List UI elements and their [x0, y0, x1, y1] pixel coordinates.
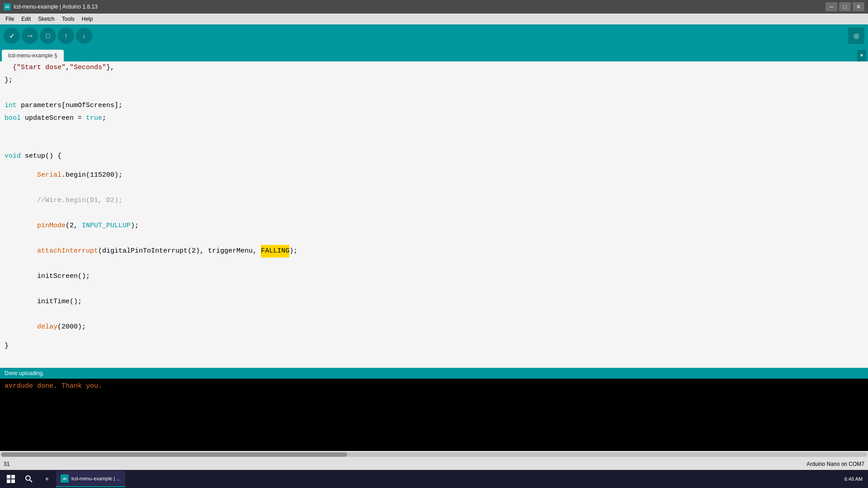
code-line: int parameters[numOfScreens];	[0, 99, 868, 112]
code-line	[0, 365, 868, 368]
new-button[interactable]: □	[40, 28, 56, 44]
taskbar-time: 6:48 AM	[844, 476, 863, 482]
code-line: }	[0, 340, 868, 352]
code-line	[0, 125, 868, 137]
upload-button[interactable]: →	[22, 28, 38, 44]
taskbar: ⊕ Ai lcd-menu-example | ... 6:48 AM	[0, 470, 868, 488]
close-button[interactable]: ✕	[853, 2, 864, 11]
code-line: };	[0, 74, 868, 87]
tab-scroll-button[interactable]: ▼	[857, 50, 866, 61]
open-button[interactable]: ↑	[58, 28, 74, 44]
scrollbar-track[interactable]	[1, 452, 867, 457]
code-line	[0, 137, 868, 150]
svg-rect-3	[11, 479, 15, 483]
toolbar: ✓ → □ ↑ ↓ ◎	[0, 24, 868, 47]
svg-rect-2	[7, 479, 10, 483]
console-area: avrdude done. Thank you.	[0, 379, 868, 451]
window-title: lcd-menu-example | Arduino 1.8.13	[14, 4, 826, 10]
menu-help[interactable]: Help	[78, 15, 97, 23]
menu-file[interactable]: File	[2, 15, 18, 23]
horizontal-scrollbar[interactable]	[0, 451, 868, 458]
code-line	[0, 352, 868, 365]
bottom-status-bar: 31 Arduino Nano on COM7	[0, 458, 868, 470]
editor-tab[interactable]: lcd-menu-example §	[2, 50, 64, 61]
code-editor[interactable]: {"Start dose","Seconds"}, }; int paramet…	[0, 61, 868, 368]
save-button[interactable]: ↓	[76, 28, 92, 44]
menu-sketch[interactable]: Sketch	[34, 15, 58, 23]
title-bar: Ai lcd-menu-example | Arduino 1.8.13 ─ □…	[0, 0, 868, 14]
code-line: initScreen();	[0, 264, 868, 289]
board-info: Arduino Nano on COM7	[807, 461, 864, 467]
code-line: {"Start dose","Seconds"},	[0, 61, 868, 74]
menu-edit[interactable]: Edit	[18, 15, 34, 23]
code-line	[0, 87, 868, 99]
code-line: initTime();	[0, 289, 868, 314]
svg-line-5	[30, 480, 32, 482]
menu-bar: File Edit Sketch Tools Help	[0, 14, 868, 24]
toolbar-right: ◎	[848, 28, 864, 44]
scrollbar-thumb[interactable]	[1, 452, 347, 457]
minimize-button[interactable]: ─	[826, 2, 837, 11]
app-icon-text: Ai	[5, 5, 9, 9]
serial-monitor-button[interactable]: ◎	[848, 28, 864, 44]
taskbar-cortana[interactable]: ⊕	[38, 470, 56, 488]
code-line-attach-interrupt: attachInterrupt(digitalPinToInterrupt(2)…	[0, 239, 868, 264]
verify-button[interactable]: ✓	[4, 28, 20, 44]
code-line: pinMode(2, INPUT_PULLUP);	[0, 213, 868, 239]
svg-point-4	[26, 476, 30, 480]
status-bar: Done uploading.	[0, 368, 868, 379]
status-text: Done uploading.	[5, 370, 44, 376]
taskbar-search[interactable]	[20, 470, 38, 488]
app-icon: Ai	[4, 3, 11, 10]
maximize-button[interactable]: □	[839, 2, 851, 11]
taskbar-app-icon: Ai	[61, 474, 69, 483]
tab-bar: lcd-menu-example § ▼	[0, 47, 868, 61]
line-number: 31	[4, 461, 9, 467]
taskbar-arduino-app[interactable]: Ai lcd-menu-example | ...	[56, 471, 125, 487]
code-line: bool updateScreen = true;	[0, 112, 868, 125]
code-line: //Wire.begin(D1, D2);	[0, 188, 868, 213]
tab-label: lcd-menu-example §	[8, 52, 57, 59]
code-area: {"Start dose","Seconds"}, }; int paramet…	[0, 61, 868, 368]
menu-tools[interactable]: Tools	[58, 15, 78, 23]
taskbar-right: 6:48 AM	[844, 476, 866, 482]
svg-rect-0	[7, 475, 10, 479]
taskbar-app-label: lcd-menu-example | ...	[71, 476, 121, 481]
console-output: avrdude done. Thank you.	[5, 382, 102, 390]
start-button[interactable]	[2, 470, 20, 488]
code-line: Serial.begin(115200);	[0, 163, 868, 188]
code-line: delay(2000);	[0, 314, 868, 340]
svg-rect-1	[11, 475, 15, 479]
code-line: void setup() {	[0, 150, 868, 163]
window-controls: ─ □ ✕	[826, 2, 864, 11]
